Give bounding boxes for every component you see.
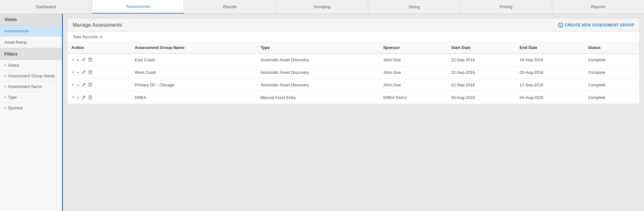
filter-assessment-name[interactable]: ▾ Assessment Name xyxy=(0,81,62,92)
svg-rect-0 xyxy=(89,58,92,61)
cell-end-date: 03-Aug-2016 xyxy=(516,66,584,79)
expand-icon[interactable]: ▾ xyxy=(71,70,75,75)
col-header-assessment-group-name: Assessment Group Name xyxy=(131,42,257,53)
expand-icon[interactable]: ▾ xyxy=(71,57,75,62)
tab-pricing[interactable]: Pricing xyxy=(460,0,552,14)
tab-assessments[interactable]: Assessments xyxy=(92,0,184,14)
filter-sponsor[interactable]: ▾ Sponsor xyxy=(0,103,62,113)
table-row: ▾ + Primary DC - Chicag xyxy=(68,79,639,91)
filter-status[interactable]: ▾ Status xyxy=(0,60,62,71)
sidebar-item-assessments[interactable]: Assessments xyxy=(0,25,62,37)
main-layout: Views Assessments Asset Ramp Filters ▾ S… xyxy=(0,14,644,211)
table-row: ▾ + East CoastAutomatic xyxy=(68,53,639,66)
add-icon[interactable]: + xyxy=(76,82,80,88)
cell-sponsor: John Doe xyxy=(380,53,447,66)
panel-header: Manage Assessments + CREATE NEW ASSESSME… xyxy=(68,19,639,32)
create-new-assessment-group-button[interactable]: + CREATE NEW ASSESSMENT GROUP xyxy=(558,23,634,28)
cell-status: Complete xyxy=(584,91,639,104)
expand-icon[interactable]: ▾ xyxy=(71,82,75,88)
cell-status: Complete xyxy=(584,53,639,66)
cell-start-date: 22-Sep-2016 xyxy=(447,66,516,79)
edit-icon[interactable] xyxy=(81,69,86,76)
delete-icon[interactable] xyxy=(88,82,93,88)
svg-rect-3 xyxy=(89,96,92,99)
cell-sponsor: John Doe xyxy=(380,66,447,79)
cell-end-date: 04-Aug-2020 xyxy=(516,91,584,104)
plus-circle-icon: + xyxy=(558,23,563,28)
cell-type: Automatic Asset Discovery xyxy=(257,79,379,91)
cell-type: Manual Asset Entry xyxy=(257,91,379,104)
cell-name: Primary DC - Chicago xyxy=(131,79,257,91)
delete-icon[interactable] xyxy=(88,69,93,76)
top-navigation: Dashboard Assessments Results Grouping S… xyxy=(0,0,644,14)
tab-results[interactable]: Results xyxy=(184,0,276,14)
svg-rect-1 xyxy=(89,71,92,73)
add-icon[interactable]: + xyxy=(76,69,80,76)
cell-end-date: 16-Sep-2016 xyxy=(516,53,584,66)
tab-dashboard[interactable]: Dashboard xyxy=(0,0,92,14)
cell-type: Automatic Asset Discovery xyxy=(257,53,379,66)
chevron-down-icon: ▾ xyxy=(4,85,6,88)
cell-sponsor: EMEA Demo xyxy=(380,91,447,104)
col-header-sponsor: Sponsor xyxy=(380,42,447,53)
cell-start-date: 04-Aug-2020 xyxy=(447,91,516,104)
expand-icon[interactable]: ▾ xyxy=(71,95,75,100)
cell-name: West Coast xyxy=(131,66,257,79)
chevron-down-icon: ▾ xyxy=(4,95,6,99)
sidebar: Views Assessments Asset Ramp Filters ▾ S… xyxy=(0,14,63,211)
cell-status: Complete xyxy=(584,79,639,91)
records-info: Total Records: 4 xyxy=(68,32,639,42)
filter-assessment-group-name[interactable]: ▾ Assessment Group Name xyxy=(0,71,62,81)
table-header-row: Action Assessment Group Name Type Sponso… xyxy=(68,42,639,53)
chevron-down-icon: ▾ xyxy=(4,63,6,67)
col-header-action: Action xyxy=(68,42,131,53)
manage-assessments-panel: Manage Assessments + CREATE NEW ASSESSME… xyxy=(67,18,640,104)
cell-status: Complete xyxy=(584,66,639,79)
col-header-start-date: Start Date xyxy=(447,42,516,53)
edit-icon[interactable] xyxy=(81,57,86,63)
views-section-title: Views xyxy=(0,14,62,25)
tab-sizing[interactable]: Sizing xyxy=(368,0,460,14)
add-icon[interactable]: + xyxy=(76,57,80,63)
col-header-status: Status xyxy=(584,42,639,53)
cell-end-date: 17-Sep-2016 xyxy=(516,79,584,91)
table-row: ▾ + EMEAManual Asset En xyxy=(68,91,639,104)
edit-icon[interactable] xyxy=(81,95,86,101)
cell-sponsor: John Doe xyxy=(380,79,447,91)
cell-start-date: 22-Sep-2016 xyxy=(447,79,516,91)
cell-name: East Coast xyxy=(131,53,257,66)
edit-icon[interactable] xyxy=(81,82,86,88)
cell-start-date: 22-Sep-2016 xyxy=(447,53,516,66)
cell-name: EMEA xyxy=(131,91,257,104)
filter-type[interactable]: ▾ Type xyxy=(0,92,62,103)
chevron-down-icon: ▾ xyxy=(4,106,6,110)
svg-rect-2 xyxy=(89,83,92,86)
sidebar-item-asset-ramp[interactable]: Asset Ramp xyxy=(0,37,62,48)
col-header-end-date: End Date xyxy=(516,42,584,53)
delete-icon[interactable] xyxy=(88,57,93,63)
add-icon[interactable]: + xyxy=(76,94,80,101)
chevron-down-icon: ▾ xyxy=(4,74,6,78)
filters-section-title: Filters xyxy=(0,48,62,60)
col-header-type: Type xyxy=(257,42,379,53)
cell-type: Automatic Asset Discovery xyxy=(257,66,379,79)
content-area: Manage Assessments + CREATE NEW ASSESSME… xyxy=(63,14,644,211)
tab-grouping[interactable]: Grouping xyxy=(276,0,368,14)
table-row: ▾ + West CoastAutomatic xyxy=(68,66,639,79)
panel-title: Manage Assessments xyxy=(73,22,122,28)
assessments-table: Action Assessment Group Name Type Sponso… xyxy=(68,42,639,104)
delete-icon[interactable] xyxy=(88,95,93,101)
tab-reports[interactable]: Reports xyxy=(552,0,644,14)
